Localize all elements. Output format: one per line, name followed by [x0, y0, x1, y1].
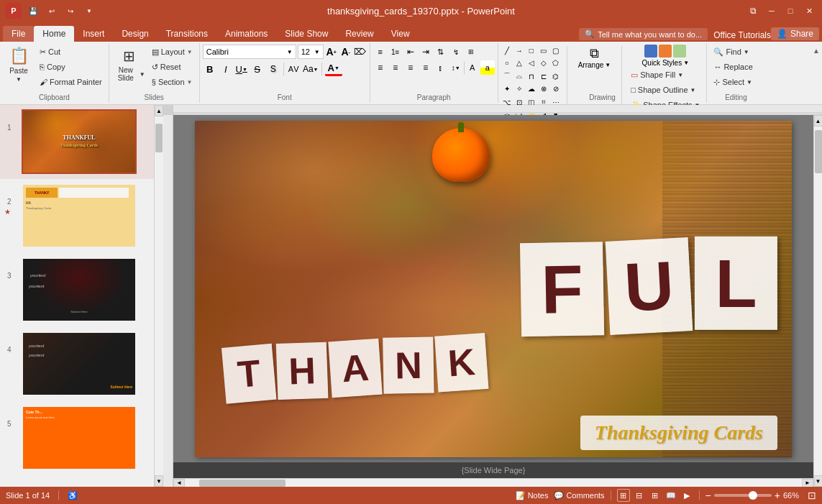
slides-scroll-down[interactable]: ▼: [155, 475, 163, 487]
accessibility-btn[interactable]: ♿: [68, 491, 78, 500]
qs-item-1[interactable]: [644, 45, 657, 58]
shape-fill-button[interactable]: ▭ Shape Fill ▼: [627, 68, 703, 82]
rtriangle-shape[interactable]: ◁: [526, 57, 537, 68]
tab-review[interactable]: Review: [337, 26, 382, 42]
view-slideshow-btn[interactable]: ▶: [680, 489, 693, 502]
new-slide-button[interactable]: ⊞ New Slide ▼: [112, 45, 147, 85]
slide-canvas[interactable]: T H A N K F U L: [195, 121, 792, 457]
h-scroll-left[interactable]: ◄: [173, 479, 185, 487]
convert-btn[interactable]: ↯: [449, 45, 463, 59]
tab-design[interactable]: Design: [113, 26, 157, 42]
canvas-scroll-down[interactable]: ▼: [814, 475, 823, 487]
char-spacing-btn[interactable]: AV: [287, 62, 301, 76]
canvas-area[interactable]: T H A N K F U L: [173, 115, 813, 487]
underline-btn[interactable]: U▼: [234, 62, 249, 76]
smartart-btn[interactable]: ⊞: [464, 45, 478, 59]
slide-thumb-3[interactable]: 3 yourtext yourtext Subtext Here: [0, 253, 154, 327]
notes-btn[interactable]: 📝 Notes: [516, 491, 549, 500]
rrect-shape[interactable]: ▢: [550, 45, 562, 56]
zoom-in-btn[interactable]: +: [775, 490, 780, 501]
arrange-button[interactable]: ⧉ Arrange ▼: [572, 45, 617, 70]
copy-button[interactable]: ⎘ Copy: [36, 60, 106, 74]
font-name-input[interactable]: Calibri ▼: [203, 45, 296, 59]
decrease-font-btn[interactable]: A-: [339, 45, 352, 58]
section-button[interactable]: § Section ▼: [148, 75, 196, 89]
canvas-scroll-thumb[interactable]: [815, 130, 822, 173]
h-scroll-thumb[interactable]: [199, 480, 286, 487]
shape-11[interactable]: ⌒: [501, 70, 513, 82]
collapse-ribbon-btn[interactable]: ▲: [810, 45, 822, 56]
shape-15[interactable]: ⌬: [550, 70, 562, 82]
shape-14[interactable]: ⊏: [538, 70, 549, 82]
shape-18[interactable]: ☁: [526, 83, 537, 94]
tab-transitions[interactable]: Transitions: [157, 26, 216, 42]
zoom-thumb[interactable]: [749, 491, 757, 500]
shape-20[interactable]: ⊘: [550, 83, 562, 94]
canvas-v-scrollbar[interactable]: ▲ ▼: [813, 115, 822, 487]
shape-19[interactable]: ⊗: [538, 83, 549, 94]
shape-16[interactable]: ✦: [501, 83, 513, 94]
slide-thumb-5[interactable]: 5 Cute Th... Lorem ipsum text here: [0, 401, 154, 475]
share-btn[interactable]: 👤 Share: [771, 27, 819, 40]
maximize-btn[interactable]: □: [783, 4, 798, 17]
close-btn[interactable]: ✕: [802, 4, 816, 17]
ribbon-search[interactable]: 🔍 Tell me what you want to do...: [579, 28, 708, 40]
tab-insert[interactable]: Insert: [74, 26, 113, 42]
office-tutorials-link[interactable]: Office Tutorials: [713, 30, 771, 40]
bold-btn[interactable]: B: [203, 62, 217, 76]
replace-button[interactable]: ↔ Replace: [710, 60, 756, 74]
reset-button[interactable]: ↺ Reset: [148, 60, 196, 74]
clear-format-btn[interactable]: ⌦: [354, 45, 367, 58]
h-scroll-right[interactable]: ►: [802, 479, 813, 487]
slides-scrollbar[interactable]: ▲ ▼: [155, 105, 163, 487]
line-spacing-btn[interactable]: ↕▼: [449, 60, 463, 75]
italic-btn[interactable]: I: [219, 62, 233, 76]
restore-btn[interactable]: ⧉: [746, 4, 760, 17]
rect-shape[interactable]: □: [526, 45, 537, 56]
rect2-shape[interactable]: ▭: [538, 45, 549, 56]
shape-17[interactable]: ✧: [513, 83, 525, 94]
oval-shape[interactable]: ○: [501, 57, 513, 68]
comments-btn[interactable]: 💬 Comments: [554, 491, 604, 500]
slides-scroll-up[interactable]: ▲: [155, 105, 163, 116]
paste-button[interactable]: 📋 Paste ▼: [3, 45, 35, 85]
qs-item-3[interactable]: [673, 45, 686, 58]
tab-animations[interactable]: Animations: [216, 26, 276, 42]
shape-12[interactable]: ⌓: [513, 70, 525, 82]
qs-item-2[interactable]: [659, 45, 672, 58]
column-btn[interactable]: ⫿: [434, 60, 448, 75]
redo-qat-btn[interactable]: ↪: [63, 4, 78, 17]
slide-thumb-4[interactable]: 4 yourtext yourtext Subtext Here: [0, 327, 154, 401]
indent-less-btn[interactable]: ⇤: [403, 45, 418, 59]
shape-13[interactable]: ⊓: [526, 70, 537, 82]
line-shape[interactable]: ╱: [501, 45, 513, 56]
indent-more-btn[interactable]: ⇥: [419, 45, 433, 59]
zoom-out-btn[interactable]: −: [705, 490, 711, 501]
view-outline-btn[interactable]: ⊟: [633, 489, 646, 502]
view-reading-btn[interactable]: 📖: [665, 489, 677, 502]
pentagon-shape[interactable]: ⬠: [550, 57, 562, 68]
slide-thumb-1[interactable]: 1 THANKFUL Thanksgiving Cards: [0, 105, 154, 179]
slides-scroll-thumb[interactable]: [155, 124, 163, 152]
fit-btn[interactable]: ⊡: [808, 490, 816, 501]
select-button[interactable]: ⊹ Select ▼: [710, 75, 756, 89]
tab-home[interactable]: Home: [34, 26, 74, 42]
align-right-btn[interactable]: ≡: [403, 60, 418, 75]
arrow-shape[interactable]: →: [513, 45, 525, 56]
text-dir-btn[interactable]: ⇅: [434, 45, 448, 59]
format-painter-button[interactable]: 🖌 Format Painter: [36, 75, 106, 89]
font-size-input[interactable]: 12 ▼: [298, 45, 324, 59]
align-left-btn[interactable]: ≡: [373, 60, 388, 75]
triangle-shape[interactable]: △: [513, 57, 525, 68]
canvas-scroll-up[interactable]: ▲: [814, 115, 823, 127]
align-center-btn[interactable]: ≡: [388, 60, 403, 75]
view-normal-btn[interactable]: ⊞: [617, 489, 630, 502]
strikethrough-btn[interactable]: S: [250, 62, 265, 76]
tab-slideshow[interactable]: Slide Show: [276, 26, 337, 42]
canvas-h-scrollbar[interactable]: ◄ ►: [173, 478, 813, 487]
tab-file[interactable]: File: [3, 26, 34, 42]
shadow-btn[interactable]: S: [266, 62, 280, 76]
cut-button[interactable]: ✂ Cut: [36, 45, 106, 59]
text-shadow-btn[interactable]: A: [465, 60, 480, 75]
undo-qat-btn[interactable]: ↩: [45, 4, 59, 17]
